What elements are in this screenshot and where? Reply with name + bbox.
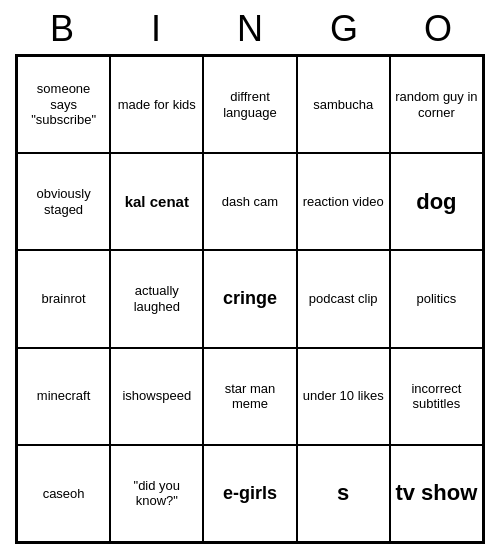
cell-4-0: caseoh [17, 445, 110, 542]
cell-0-4: random guy in corner [390, 56, 483, 153]
bingo-grid: someone says "subscribe"made for kidsdif… [15, 54, 485, 544]
cell-3-2: star man meme [203, 348, 296, 445]
cell-0-3: sambucha [297, 56, 390, 153]
bingo-letter: I [113, 8, 199, 50]
cell-1-0: obviously staged [17, 153, 110, 250]
cell-1-4: dog [390, 153, 483, 250]
bingo-title: BINGO [15, 0, 485, 54]
cell-4-1: "did you know?" [110, 445, 203, 542]
cell-1-2: dash cam [203, 153, 296, 250]
cell-2-2: cringe [203, 250, 296, 347]
cell-3-4: incorrect subtitles [390, 348, 483, 445]
cell-0-0: someone says "subscribe" [17, 56, 110, 153]
bingo-letter: B [19, 8, 105, 50]
cell-1-1: kal cenat [110, 153, 203, 250]
cell-2-3: podcast clip [297, 250, 390, 347]
cell-3-0: minecraft [17, 348, 110, 445]
cell-3-1: ishowspeed [110, 348, 203, 445]
bingo-letter: G [301, 8, 387, 50]
bingo-letter: N [207, 8, 293, 50]
cell-2-1: actually laughed [110, 250, 203, 347]
cell-4-2: e-girls [203, 445, 296, 542]
cell-2-4: politics [390, 250, 483, 347]
cell-3-3: under 10 likes [297, 348, 390, 445]
cell-4-3: s [297, 445, 390, 542]
cell-1-3: reaction video [297, 153, 390, 250]
bingo-letter: O [395, 8, 481, 50]
cell-2-0: brainrot [17, 250, 110, 347]
cell-0-1: made for kids [110, 56, 203, 153]
cell-0-2: diffrent language [203, 56, 296, 153]
cell-4-4: tv show [390, 445, 483, 542]
